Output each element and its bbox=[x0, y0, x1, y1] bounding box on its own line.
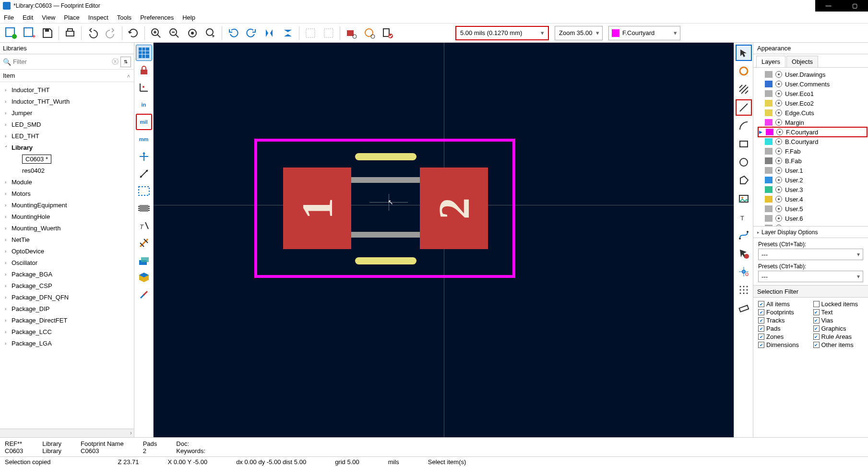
layer-display-options[interactable]: Layer Display Options bbox=[753, 226, 868, 238]
libraries-tree[interactable]: ›Inductor_THT›Inductor_THT_Wurth›Jumper›… bbox=[0, 82, 134, 429]
mirror-v-button[interactable] bbox=[280, 25, 296, 41]
library-item[interactable]: ›Mounting_Wuerth bbox=[0, 222, 134, 234]
visibility-icon[interactable] bbox=[775, 225, 782, 226]
line-tool[interactable] bbox=[736, 99, 752, 116]
preset-dropdown-1[interactable]: --- bbox=[758, 249, 863, 260]
layer-swatch-icon[interactable] bbox=[765, 167, 773, 174]
maximize-button[interactable]: ▢ bbox=[842, 0, 868, 12]
visibility-icon[interactable] bbox=[775, 138, 782, 145]
mirror-h-button[interactable] bbox=[262, 25, 278, 41]
library-item[interactable]: ›Jumper bbox=[0, 107, 134, 119]
menu-file[interactable]: File bbox=[4, 14, 14, 21]
checkbox-icon[interactable]: ✔ bbox=[813, 309, 820, 315]
layer-row[interactable]: User.6 bbox=[758, 214, 867, 223]
menu-view[interactable]: View bbox=[42, 14, 55, 21]
rotate-cw-button[interactable] bbox=[243, 25, 260, 41]
zoom-dropdown[interactable]: Zoom 35.00 bbox=[555, 26, 603, 40]
text-tool[interactable]: T bbox=[736, 209, 752, 225]
checkbox-icon[interactable]: ✔ bbox=[758, 309, 764, 315]
menu-inspect[interactable]: Inspect bbox=[88, 14, 108, 21]
print-button[interactable] bbox=[62, 25, 78, 41]
anchor-tool[interactable]: o bbox=[736, 263, 752, 280]
layer-swatch-icon[interactable] bbox=[765, 138, 773, 145]
layer-swatch-icon[interactable] bbox=[765, 205, 773, 212]
bezier-tool[interactable] bbox=[736, 227, 752, 243]
visibility-icon[interactable] bbox=[775, 109, 782, 116]
library-item[interactable]: ›Package_DirectFET bbox=[0, 314, 134, 326]
menu-preferences[interactable]: Preferences bbox=[140, 14, 174, 21]
silkscreen-top[interactable] bbox=[355, 153, 416, 160]
layer-row[interactable]: User.1 bbox=[758, 166, 867, 175]
menu-place[interactable]: Place bbox=[64, 14, 80, 21]
layer-swatch-icon[interactable] bbox=[765, 177, 773, 183]
grid-dropdown[interactable]: 5.00 mils (0.1270 mm) bbox=[455, 26, 549, 40]
delete-tool[interactable] bbox=[736, 245, 752, 262]
visibility-icon[interactable] bbox=[775, 157, 782, 164]
library-item[interactable]: ›Package_LGA bbox=[0, 337, 134, 349]
visibility-icon[interactable] bbox=[775, 177, 782, 183]
settings-icon[interactable] bbox=[136, 287, 152, 303]
undo-button[interactable] bbox=[84, 25, 101, 41]
libraries-filter-input[interactable] bbox=[13, 58, 110, 65]
clear-filter-icon[interactable]: ⓧ bbox=[112, 58, 119, 66]
mm-icon[interactable]: mm bbox=[136, 131, 152, 147]
layer-row[interactable]: User.Eco2 bbox=[758, 98, 867, 108]
measure-tool[interactable] bbox=[736, 300, 752, 316]
visibility-icon[interactable] bbox=[775, 148, 782, 155]
layer-swatch-icon[interactable] bbox=[765, 186, 773, 193]
zoom-fit-button[interactable] bbox=[184, 25, 201, 41]
checkbox-icon[interactable] bbox=[813, 301, 820, 307]
library-item[interactable]: ›Package_BGA bbox=[0, 268, 134, 280]
dimension-icon[interactable] bbox=[136, 235, 152, 251]
libraries-hscroll[interactable] bbox=[0, 429, 134, 437]
visibility-icon[interactable] bbox=[775, 205, 782, 212]
fab-bottom[interactable] bbox=[351, 232, 420, 238]
zoom-in-button[interactable] bbox=[148, 25, 164, 41]
menu-edit[interactable]: Edit bbox=[23, 14, 33, 21]
lock-icon[interactable] bbox=[136, 62, 152, 78]
visibility-icon[interactable] bbox=[775, 186, 782, 193]
zoom-select-button[interactable] bbox=[202, 25, 219, 41]
layers-list[interactable]: User.DrawingsUser.CommentsUser.Eco1User.… bbox=[753, 68, 868, 226]
layers-icon[interactable] bbox=[136, 252, 152, 268]
checkbox-icon[interactable]: ✔ bbox=[758, 334, 764, 340]
visibility-icon[interactable] bbox=[775, 90, 782, 97]
layer-swatch-icon[interactable] bbox=[765, 109, 773, 116]
layer-swatch-icon[interactable] bbox=[765, 196, 773, 203]
outline-icon[interactable] bbox=[136, 183, 152, 199]
rotate-ccw-button[interactable] bbox=[225, 25, 241, 41]
layer-row[interactable]: User.3 bbox=[758, 185, 867, 194]
chip-icon[interactable] bbox=[136, 200, 152, 216]
layer-row[interactable]: User.Comments bbox=[758, 79, 867, 89]
library-item[interactable]: ›Module bbox=[0, 176, 134, 188]
library-item[interactable]: ›Package_DIP bbox=[0, 303, 134, 314]
silkscreen-bottom[interactable] bbox=[355, 257, 416, 264]
layer-swatch-icon[interactable] bbox=[765, 90, 773, 97]
text-tool-icon[interactable]: T bbox=[136, 217, 152, 234]
cursor-mode-icon[interactable] bbox=[136, 148, 152, 165]
group-button[interactable] bbox=[302, 25, 319, 41]
layer-swatch-icon[interactable] bbox=[765, 225, 773, 226]
library-item[interactable]: ›Inductor_THT_Wurth bbox=[0, 96, 134, 107]
layer-row[interactable]: ▶F.Courtyard bbox=[758, 127, 867, 137]
mils-icon[interactable]: mil bbox=[136, 114, 152, 130]
poly-tool[interactable] bbox=[736, 172, 752, 189]
refresh-button[interactable] bbox=[125, 25, 142, 41]
layer-row[interactable]: Margin bbox=[758, 118, 867, 127]
filter-item[interactable]: ✔Vias bbox=[813, 317, 864, 324]
layer-row[interactable]: User.7 bbox=[758, 223, 867, 226]
arc-tool[interactable] bbox=[736, 118, 752, 134]
visibility-icon[interactable] bbox=[775, 100, 782, 107]
visibility-icon[interactable] bbox=[775, 71, 782, 78]
filter-item[interactable]: ✔Pads bbox=[758, 325, 809, 332]
library-item[interactable]: res0402 bbox=[0, 165, 134, 176]
library-item[interactable]: ›Oscillator bbox=[0, 257, 134, 268]
filter-item[interactable]: ✔Other items bbox=[813, 341, 864, 348]
visibility-icon[interactable] bbox=[775, 81, 782, 87]
library-item[interactable]: ›Motors bbox=[0, 188, 134, 199]
pad-2[interactable]: 2 bbox=[420, 168, 488, 249]
library-item[interactable]: ›LED_THT bbox=[0, 130, 134, 142]
hatch-tool[interactable] bbox=[736, 81, 752, 97]
arrow-tool[interactable] bbox=[736, 45, 752, 61]
layer-row[interactable]: Edge.Cuts bbox=[758, 108, 867, 118]
